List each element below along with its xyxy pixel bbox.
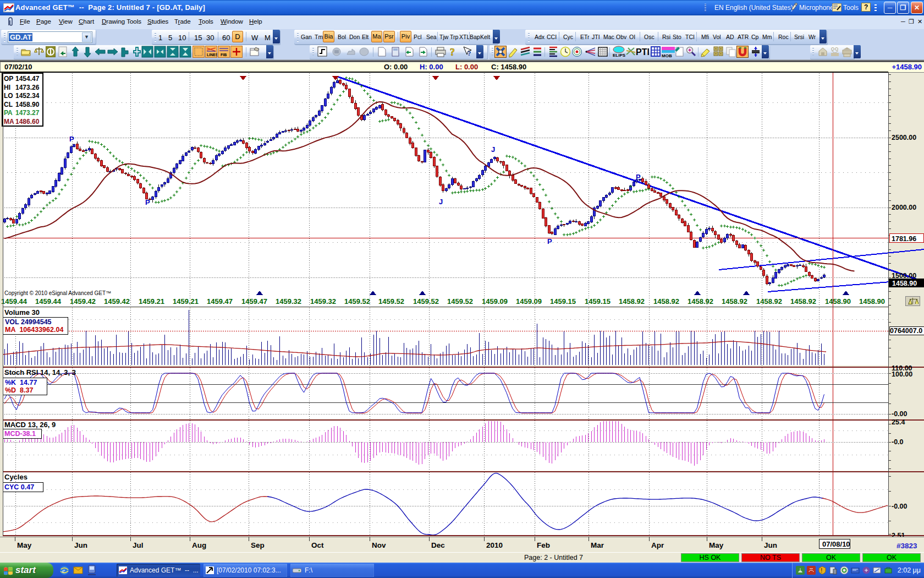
svg-text:1458.92: 1458.92	[688, 297, 713, 306]
svg-text:MACD 13, 26, 9: MACD 13, 26, 9	[4, 421, 56, 429]
svg-text:J: J	[491, 145, 495, 154]
svg-text:1459.52: 1459.52	[344, 297, 370, 306]
svg-text:1459.47: 1459.47	[207, 297, 233, 306]
svg-text:07/02/10: 07/02/10	[4, 63, 32, 71]
svg-text:%K 14.77: %K 14.77	[5, 379, 37, 386]
svg-text:1486.60: 1486.60	[15, 118, 40, 126]
svg-text:1458.90: 1458.90	[825, 297, 851, 306]
svg-text:#3823: #3823	[897, 542, 917, 550]
svg-text:1459.15: 1459.15	[550, 297, 576, 306]
svg-text:0764007.0: 0764007.0	[890, 327, 922, 335]
svg-text:1459.09: 1459.09	[516, 297, 542, 306]
svg-text:07/08/10: 07/08/10	[822, 540, 850, 548]
svg-text:-0.0: -0.0	[892, 438, 904, 446]
svg-text:May: May	[709, 541, 724, 549]
svg-text:Sep: Sep	[251, 541, 265, 549]
svg-text:1458.92: 1458.92	[619, 297, 645, 306]
svg-text:Aug: Aug	[192, 541, 206, 549]
svg-text:1458.90: 1458.90	[859, 297, 885, 306]
svg-text:CYC 0.47: CYC 0.47	[4, 483, 34, 491]
svg-text:%D 8.37: %D 8.37	[5, 386, 33, 394]
svg-text:1459.47: 1459.47	[241, 297, 267, 306]
svg-text:1458.90: 1458.90	[15, 101, 40, 108]
svg-text:PA: PA	[4, 109, 13, 117]
svg-text:P: P	[145, 198, 150, 206]
svg-text:2500.00: 2500.00	[892, 134, 916, 141]
svg-text:2000.00: 2000.00	[892, 204, 916, 211]
svg-text:Feb: Feb	[537, 541, 550, 549]
svg-text:1459.15: 1459.15	[585, 297, 610, 306]
svg-text:-0.00: -0.00	[892, 503, 908, 510]
svg-text:1459.52: 1459.52	[413, 297, 439, 306]
svg-text:Jul: Jul	[133, 541, 144, 549]
svg-text:VOL 24994545: VOL 24994545	[5, 318, 52, 326]
svg-text:P: P	[547, 237, 552, 246]
svg-text:1458.92: 1458.92	[653, 297, 679, 306]
svg-text:FIB: FIB	[221, 53, 227, 57]
svg-text:1459.21: 1459.21	[139, 297, 164, 306]
svg-text:ELiPS: ELiPS	[613, 53, 626, 58]
svg-text:1459.09: 1459.09	[482, 297, 508, 306]
svg-text:LO: LO	[4, 92, 13, 100]
svg-text:HI: HI	[4, 84, 10, 91]
svg-text:1781.96: 1781.96	[892, 235, 916, 243]
svg-text:!: !	[821, 568, 822, 574]
svg-text:1459.44: 1459.44	[1, 297, 28, 306]
svg-text:Dec: Dec	[431, 541, 445, 549]
svg-text:25.4: 25.4	[892, 418, 905, 426]
svg-text:1459.44: 1459.44	[35, 297, 62, 306]
svg-text:OP: OP	[4, 75, 13, 83]
svg-text:1459.21: 1459.21	[173, 297, 199, 306]
svg-text:J: J	[439, 198, 443, 206]
svg-text:Apr: Apr	[651, 541, 664, 549]
svg-text:1458.92: 1458.92	[722, 297, 747, 306]
svg-text:MCD-38.1: MCD-38.1	[4, 430, 36, 438]
svg-text:e: e	[62, 567, 65, 574]
svg-text:1473.27: 1473.27	[15, 109, 40, 117]
svg-text:1458.90: 1458.90	[892, 280, 917, 287]
svg-text:P: P	[636, 173, 641, 181]
svg-text:1458.92: 1458.92	[790, 297, 816, 306]
svg-text:Copyright © 2010 eSignal Advan: Copyright © 2010 eSignal Advanced GET™	[4, 290, 111, 296]
svg-text:MOB: MOB	[662, 53, 672, 58]
svg-text:C: 1458.90: C: 1458.90	[491, 63, 526, 71]
svg-text:O: 0.00: O: 0.00	[384, 63, 408, 71]
svg-text:Mar: Mar	[591, 541, 604, 549]
svg-text:1459.42: 1459.42	[104, 297, 130, 306]
svg-text:MA 106433962.04: MA 106433962.04	[5, 326, 63, 334]
svg-text:-0.00: -0.00	[892, 410, 908, 418]
svg-text:L: 0.00: L: 0.00	[455, 63, 478, 71]
svg-text:MA: MA	[4, 118, 14, 126]
svg-text:Nov: Nov	[372, 541, 386, 549]
svg-text:Volume 30: Volume 30	[4, 308, 40, 317]
svg-text:2010: 2010	[486, 541, 503, 549]
svg-text:Stoch RSI 14, 14, 3, 3: Stoch RSI 14, 14, 3, 3	[4, 368, 76, 377]
svg-text:May: May	[17, 541, 32, 549]
svg-text:Oct: Oct	[311, 541, 324, 549]
svg-text:1459.52: 1459.52	[378, 297, 404, 306]
svg-text:1459.42: 1459.42	[70, 297, 96, 306]
svg-text:?: ?	[450, 47, 455, 58]
svg-text:1459.32: 1459.32	[310, 297, 336, 306]
svg-text:Jun: Jun	[764, 541, 777, 549]
svg-text:P: P	[69, 135, 74, 143]
svg-text:?: ?	[468, 49, 471, 57]
svg-text:1459.32: 1459.32	[276, 297, 301, 306]
svg-text:1458.92: 1458.92	[756, 297, 782, 306]
svg-text:1459.52: 1459.52	[447, 297, 473, 306]
svg-text:Jun: Jun	[74, 541, 87, 549]
svg-text:H: 0.00: H: 0.00	[420, 63, 443, 71]
svg-text:CL: CL	[4, 101, 13, 108]
svg-text:LINES: LINES	[207, 53, 217, 57]
svg-text:1452.34: 1452.34	[15, 92, 40, 100]
svg-text:Cycles: Cycles	[4, 473, 28, 481]
svg-text:1473.26: 1473.26	[15, 84, 40, 91]
svg-text:1454.47: 1454.47	[15, 75, 40, 83]
svg-text:PTI: PTI	[636, 47, 649, 57]
svg-text:100.00: 100.00	[892, 370, 912, 378]
svg-text:1500.00: 1500.00	[892, 272, 916, 280]
svg-text:+1458.90: +1458.90	[892, 63, 922, 71]
